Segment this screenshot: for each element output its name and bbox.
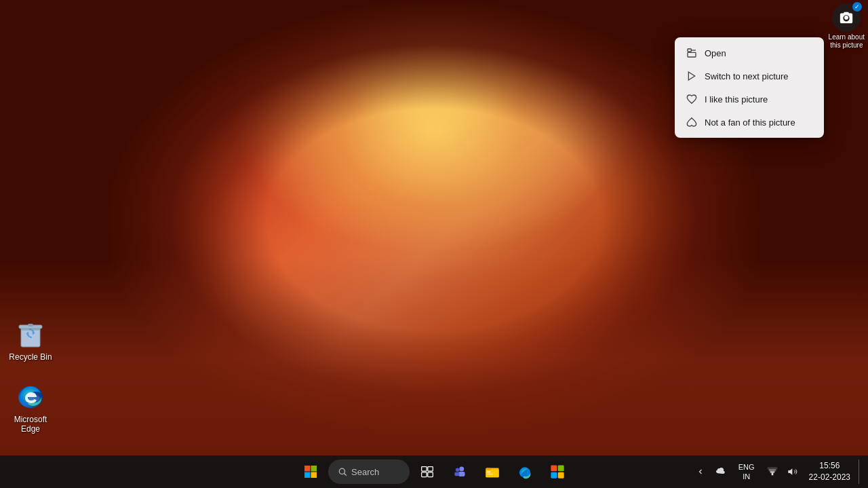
edge-label: Microsoft Edge xyxy=(6,415,55,434)
svg-point-13 xyxy=(339,468,344,474)
dislike-icon xyxy=(686,116,698,128)
learn-about-button[interactable]: ✓ Learn about this picture xyxy=(829,3,865,50)
svg-rect-16 xyxy=(428,467,433,472)
dislike-label: Not a fan of this picture xyxy=(705,117,795,128)
microsoft-edge-icon[interactable]: Microsoft Edge xyxy=(3,377,58,437)
svg-rect-7 xyxy=(688,52,696,57)
svg-rect-28 xyxy=(551,465,557,471)
recycle-bin-image xyxy=(14,317,47,350)
taskbar: Search xyxy=(0,455,868,488)
switch-icon xyxy=(686,70,698,82)
svg-point-21 xyxy=(456,468,460,472)
store-button[interactable] xyxy=(542,457,572,487)
menu-item-dislike[interactable]: Not a fan of this picture xyxy=(675,111,824,134)
svg-rect-17 xyxy=(422,472,427,477)
onedrive-icon[interactable] xyxy=(710,457,730,487)
learn-about-text: Learn about this picture xyxy=(829,33,865,50)
show-hidden-icons-button[interactable] xyxy=(692,457,709,487)
canyon-bottom xyxy=(0,257,868,461)
edge-image xyxy=(14,379,47,412)
search-label: Search xyxy=(351,467,379,477)
switch-label: Switch to next picture xyxy=(705,71,789,81)
camera-badge: ✓ xyxy=(832,3,861,32)
check-badge: ✓ xyxy=(852,2,862,12)
svg-rect-11 xyxy=(304,472,311,478)
menu-item-switch[interactable]: Switch to next picture xyxy=(675,64,824,88)
svg-rect-31 xyxy=(558,472,564,478)
language-region: IN xyxy=(743,472,750,481)
svg-marker-36 xyxy=(788,468,792,474)
svg-rect-26 xyxy=(487,474,494,474)
menu-item-like[interactable]: I like this picture xyxy=(675,88,824,111)
clock-date: 22-02-2023 xyxy=(809,472,850,483)
svg-rect-12 xyxy=(311,472,317,478)
start-button[interactable] xyxy=(296,457,326,487)
svg-rect-20 xyxy=(458,472,465,476)
svg-point-19 xyxy=(459,466,464,471)
teams-button[interactable] xyxy=(445,457,475,487)
recycle-bin-icon[interactable]: Recycle Bin xyxy=(3,314,58,364)
svg-line-14 xyxy=(344,474,347,476)
file-explorer-button[interactable] xyxy=(477,457,507,487)
like-label: I like this picture xyxy=(705,94,768,105)
system-tray: ENG IN xyxy=(692,455,868,488)
svg-rect-3 xyxy=(28,324,33,326)
context-menu: Open Switch to next picture I like this … xyxy=(675,37,824,138)
language-selector[interactable]: ENG IN xyxy=(732,457,762,487)
svg-rect-15 xyxy=(422,467,427,472)
open-label: Open xyxy=(705,48,726,58)
svg-rect-18 xyxy=(428,472,433,477)
desktop: Recycle Bin xyxy=(0,0,868,488)
svg-rect-22 xyxy=(454,472,459,476)
clock-time: 15:56 xyxy=(819,460,840,472)
system-clock[interactable]: 15:56 22-02-2023 xyxy=(804,459,856,485)
taskbar-center-icons: Search xyxy=(296,455,572,488)
svg-rect-30 xyxy=(551,472,557,478)
open-icon xyxy=(686,47,698,59)
svg-rect-25 xyxy=(487,471,491,472)
svg-rect-9 xyxy=(304,466,311,472)
recycle-bin-label: Recycle Bin xyxy=(9,352,52,362)
svg-rect-35 xyxy=(767,467,777,469)
show-desktop-button[interactable] xyxy=(857,457,863,487)
language-code: ENG xyxy=(738,462,755,472)
volume-icon[interactable] xyxy=(783,457,802,487)
svg-marker-8 xyxy=(688,72,694,80)
svg-rect-6 xyxy=(688,49,691,52)
network-icon[interactable] xyxy=(763,457,782,487)
svg-rect-29 xyxy=(558,465,564,471)
menu-item-open[interactable]: Open xyxy=(675,41,824,64)
edge-taskbar-button[interactable] xyxy=(510,457,540,487)
svg-rect-10 xyxy=(311,466,317,472)
like-icon xyxy=(686,93,698,105)
search-button[interactable]: Search xyxy=(328,459,410,484)
task-view-button[interactable] xyxy=(412,457,442,487)
language-block: ENG IN xyxy=(736,461,757,483)
